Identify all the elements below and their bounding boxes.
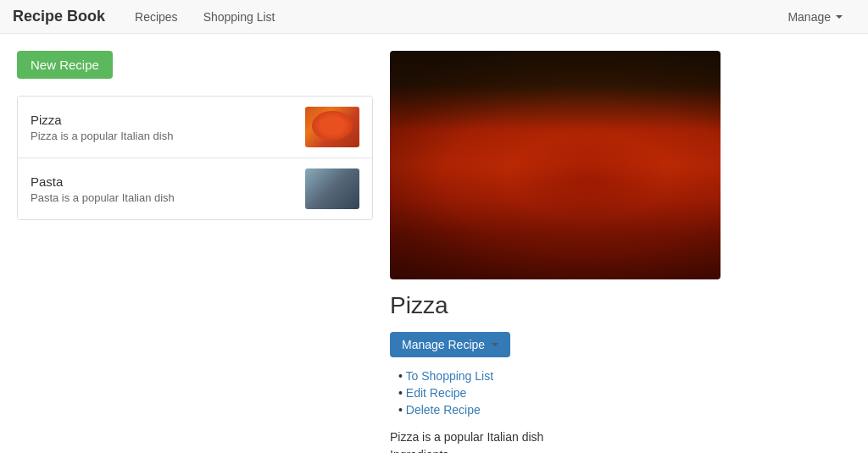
recipe-item-name: Pizza	[31, 113, 297, 127]
recipe-item-description: Pizza is a popular Italian dish	[31, 130, 297, 142]
manage-recipe-button[interactable]: Manage Recipe	[390, 332, 510, 357]
nav-shopping-list[interactable]: Shopping List	[191, 2, 288, 32]
recipe-item-thumbnail-pizza	[305, 107, 359, 147]
recipe-item-name: Pasta	[31, 174, 297, 189]
right-panel: Pizza Manage Recipe To Shopping List Edi…	[390, 51, 851, 453]
manage-recipe-caret-icon	[492, 343, 498, 346]
dropdown-item-edit[interactable]: Edit Recipe	[398, 384, 851, 401]
recipe-list-item[interactable]: Pasta Pasta is a popular Italian dish	[18, 158, 372, 219]
recipe-hero-image	[390, 51, 721, 279]
delete-recipe-link[interactable]: Delete Recipe	[406, 403, 481, 417]
manage-recipe-label: Manage Recipe	[402, 338, 485, 351]
recipe-ingredients-label: Ingredients	[390, 448, 851, 453]
main-container: New Recipe Pizza Pizza is a popular Ital…	[0, 34, 868, 453]
new-recipe-button[interactable]: New Recipe	[17, 51, 113, 79]
manage-nav-label: Manage	[787, 10, 831, 24]
recipe-detail-title: Pizza	[390, 292, 851, 319]
manage-nav-caret-icon	[836, 15, 843, 19]
navbar-right: Manage	[775, 3, 855, 30]
recipe-item-info: Pizza Pizza is a popular Italian dish	[31, 113, 297, 142]
recipe-description: Pizza is a popular Italian dish	[390, 430, 851, 444]
left-panel: New Recipe Pizza Pizza is a popular Ital…	[17, 51, 373, 453]
recipe-item-thumbnail-pasta	[305, 168, 359, 209]
dropdown-item-shopping-list[interactable]: To Shopping List	[398, 367, 851, 384]
manage-nav-button[interactable]: Manage	[775, 3, 855, 30]
recipe-item-info: Pasta Pasta is a popular Italian dish	[31, 174, 297, 204]
pizza-hero-visual	[390, 51, 721, 279]
brand-logo[interactable]: Recipe Book	[13, 8, 105, 25]
recipe-item-description: Pasta is a popular Italian dish	[31, 191, 297, 204]
edit-recipe-link[interactable]: Edit Recipe	[406, 386, 467, 400]
recipe-list-item[interactable]: Pizza Pizza is a popular Italian dish	[18, 97, 372, 158]
nav-recipes[interactable]: Recipes	[122, 2, 191, 32]
dropdown-item-delete[interactable]: Delete Recipe	[398, 401, 851, 418]
recipe-list: Pizza Pizza is a popular Italian dish Pa…	[17, 96, 373, 220]
to-shopping-list-link[interactable]: To Shopping List	[406, 369, 494, 383]
manage-recipe-dropdown: To Shopping List Edit Recipe Delete Reci…	[398, 364, 851, 422]
navbar: Recipe Book Recipes Shopping List Manage	[0, 0, 868, 34]
